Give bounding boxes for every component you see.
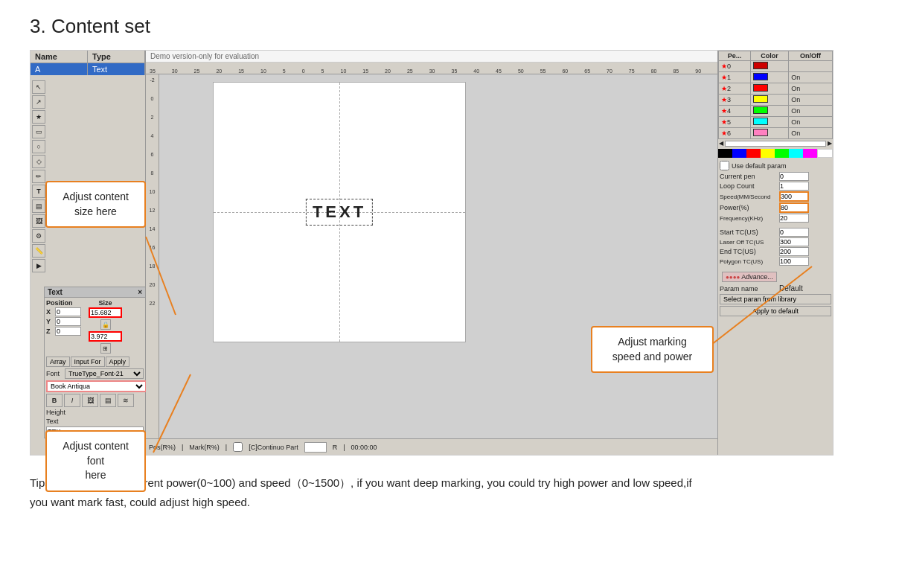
barcode-insert-icon[interactable]: ▤ xyxy=(100,394,116,407)
advance-label: Advance... xyxy=(741,273,773,281)
icon-buttons-row: B I 🖼 ▤ ≋ xyxy=(45,393,145,408)
continue-checkbox[interactable] xyxy=(233,442,243,452)
power-input[interactable] xyxy=(779,202,809,213)
pen-row-0[interactable]: ★0 xyxy=(719,61,833,72)
expand-icon[interactable]: ⊞ xyxy=(100,343,111,354)
color-yellow[interactable] xyxy=(761,149,775,158)
italic-icon[interactable]: I xyxy=(64,394,80,407)
color-magenta[interactable] xyxy=(803,149,817,158)
font-name-select[interactable]: Book Antiqua xyxy=(46,380,147,392)
color-red[interactable] xyxy=(746,149,761,158)
bold-icon[interactable]: B xyxy=(46,394,63,407)
font-type-select[interactable]: TrueType_Font-21 xyxy=(65,368,144,379)
pen-tool-icon[interactable]: ✏ xyxy=(32,170,45,183)
end-tc-label: End TC(US) xyxy=(720,248,779,255)
color-black[interactable] xyxy=(718,149,732,158)
text-panel-close[interactable]: × xyxy=(138,288,142,296)
font-label: Font xyxy=(46,370,65,377)
speed-input[interactable] xyxy=(779,191,809,202)
arrow-tool-icon[interactable]: ↖ xyxy=(32,80,45,94)
z-input[interactable] xyxy=(55,327,81,336)
pen-color-5 xyxy=(753,118,768,125)
color-bar xyxy=(718,149,833,158)
pen-star-2: ★ xyxy=(721,85,727,92)
position-header: Position xyxy=(46,299,81,307)
laser-off-tc-row: Laser Off TC(US xyxy=(720,237,831,246)
list-header: Name Type xyxy=(31,51,145,63)
frequency-row: Frequency(KHz) xyxy=(720,214,831,223)
canvas-inner: -20246810121416182022 TEXT xyxy=(146,74,717,455)
scroll-track[interactable] xyxy=(725,141,826,147)
frequency-label: Frequency(KHz) xyxy=(720,215,779,222)
pen-star-3: ★ xyxy=(721,96,727,103)
list-row[interactable]: A Text xyxy=(31,63,145,75)
x-row: X xyxy=(46,307,81,316)
input-for-tab[interactable]: Input For xyxy=(71,357,105,367)
param-name-row: Param name Default xyxy=(720,284,831,293)
pen-row-1[interactable]: ★1 On xyxy=(719,72,833,83)
loop-count-row: Loop Count xyxy=(720,182,831,191)
color-blue[interactable] xyxy=(732,149,746,158)
wave-icon[interactable]: ≋ xyxy=(118,394,134,407)
y-label: Y xyxy=(46,318,55,325)
pen-row-5[interactable]: ★5 On xyxy=(719,117,833,128)
circle-tool-icon[interactable]: ○ xyxy=(32,140,45,153)
x-label: X xyxy=(46,308,55,316)
z-label: Z xyxy=(46,327,55,335)
pen-row-4[interactable]: ★4 On xyxy=(719,106,833,117)
frequency-input[interactable] xyxy=(779,214,809,223)
apply-default-button[interactable]: Apply to default xyxy=(720,306,831,316)
page-container: 3. Content set Name Type A Text ↖ ↗ ★ ▭ xyxy=(0,0,899,526)
scroll-left-icon[interactable]: ◀ xyxy=(719,140,723,147)
ruler-tool-icon[interactable]: 📏 xyxy=(32,244,45,258)
right-panel: Pe... Color On/Off ★0 ★1 On xyxy=(717,51,833,455)
canvas-ruler: 35 30 25 20 15 10 5 0 5 10 15 20 25 30 3… xyxy=(146,63,717,74)
pen-status-2: On xyxy=(789,83,833,95)
rectangle-tool-icon[interactable]: ▭ xyxy=(32,125,45,138)
advance-button[interactable]: ●●●● Advance... xyxy=(722,272,777,282)
lock-icon[interactable]: 🔒 xyxy=(100,319,111,330)
diamond-tool-icon[interactable]: ◇ xyxy=(32,155,45,168)
color-white[interactable] xyxy=(817,149,833,158)
separator2: | xyxy=(225,444,227,451)
vertical-ruler: -20246810121416182022 xyxy=(146,74,159,455)
pen-row-6[interactable]: ★6 On xyxy=(719,128,833,139)
play-tool-icon[interactable]: ▶ xyxy=(32,259,45,272)
input-box xyxy=(304,442,327,453)
end-tc-input[interactable] xyxy=(779,247,809,256)
array-tab[interactable]: Array xyxy=(46,357,70,367)
select-paran-button[interactable]: Select paran from library xyxy=(720,294,831,304)
pen-row-3[interactable]: ★3 On xyxy=(719,95,833,106)
canvas-white-area: TEXT xyxy=(213,82,466,342)
settings-tool-icon[interactable]: ⚙ xyxy=(32,229,45,243)
current-pen-input[interactable] xyxy=(779,172,809,181)
name-cell[interactable]: A xyxy=(31,63,88,75)
barcode-tool-icon[interactable]: ▤ xyxy=(32,199,45,213)
image-insert-icon[interactable]: 🖼 xyxy=(82,394,98,407)
use-default-checkbox[interactable] xyxy=(720,161,729,170)
z-row: Z xyxy=(46,327,81,336)
loop-count-input[interactable] xyxy=(779,182,809,191)
color-cyan[interactable] xyxy=(789,149,803,158)
start-tc-input[interactable] xyxy=(779,228,809,237)
r-label: R xyxy=(333,444,338,451)
cursor-tool-icon[interactable]: ↗ xyxy=(32,95,45,109)
color-green[interactable] xyxy=(775,149,789,158)
pen-col-color: Color xyxy=(750,51,788,61)
apply-tab[interactable]: Apply xyxy=(106,357,130,367)
size-width-input[interactable] xyxy=(89,307,122,318)
x-input[interactable] xyxy=(55,307,81,316)
size-height-input[interactable] xyxy=(89,331,122,342)
star-tool-icon[interactable]: ★ xyxy=(32,110,45,124)
pen-row-2[interactable]: ★2 On xyxy=(719,83,833,95)
scroll-right-icon[interactable]: ▶ xyxy=(828,140,832,147)
text-tool-icon[interactable]: T xyxy=(32,185,45,198)
pen-star-0: ★ xyxy=(721,63,727,70)
laser-off-tc-input[interactable] xyxy=(779,237,809,246)
start-tc-row: Start TC(US) xyxy=(720,228,831,237)
text-element[interactable]: TEXT xyxy=(306,199,373,226)
image-tool-icon[interactable]: 🖼 xyxy=(32,214,45,228)
status-bar: Pos(R%) | Mark(R%) | [C]Continuo Part R … xyxy=(146,438,717,455)
polygon-tc-input[interactable] xyxy=(779,257,809,266)
y-input[interactable] xyxy=(55,317,81,326)
